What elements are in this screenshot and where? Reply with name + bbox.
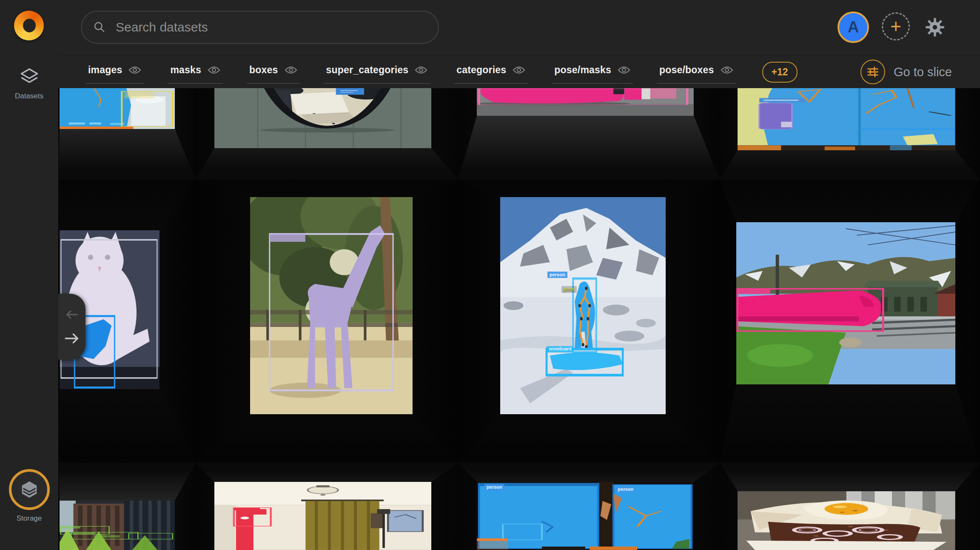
gallery-tile-street-scene[interactable] (58, 88, 196, 180)
annotation-label-snowboard: snowboard (547, 346, 573, 352)
chip-label: pose/boxes (659, 64, 714, 76)
tensor-chip-bar: images masks boxes super_categories (58, 55, 980, 88)
gallery-tile-skier[interactable]: person pose snowboard (458, 180, 720, 463)
gallery-tile-pink-furniture[interactable] (458, 88, 720, 180)
sidebar-item-storage[interactable]: Storage (0, 469, 58, 523)
sample-image-food-plate (738, 491, 955, 550)
gallery-tile-round-mirror[interactable] (196, 88, 458, 180)
layers-icon (19, 66, 40, 88)
chip-images[interactable]: images (85, 60, 144, 84)
chip-label: boxes (249, 64, 278, 76)
chip-label: pose/masks (554, 64, 611, 76)
chip-categories[interactable]: categories (454, 60, 528, 84)
sample-image-masked-people: person person (477, 482, 694, 550)
gallery-nav-panel (58, 294, 85, 360)
chip-boxes[interactable]: boxes (247, 60, 299, 84)
chip-pose-masks[interactable]: pose/masks (552, 60, 633, 84)
add-dataset-button[interactable]: + (882, 12, 910, 40)
chip-label: masks (170, 64, 201, 76)
sidebar-item-datasets[interactable]: Datasets (0, 66, 58, 100)
gallery-tile-buildings[interactable] (58, 463, 196, 550)
settings-button[interactable] (924, 16, 946, 38)
more-tensors-chip[interactable]: +12 (762, 62, 798, 83)
chip-label: images (88, 64, 122, 76)
gallery-tile-train[interactable] (720, 180, 980, 463)
gallery-tile-giraffe[interactable] (196, 180, 458, 463)
storage-stack-icon (20, 480, 39, 499)
eye-icon[interactable] (285, 66, 297, 74)
chip-label: super_categories (326, 64, 409, 76)
search-bar (81, 11, 439, 44)
gear-icon (924, 16, 946, 38)
sidebar-item-label: Storage (0, 514, 58, 523)
eye-icon[interactable] (513, 66, 525, 74)
eye-icon[interactable] (721, 66, 733, 74)
sliders-icon (866, 65, 880, 79)
chip-label: categories (456, 64, 506, 76)
left-sidebar: Datasets Storage (0, 55, 58, 550)
chip-super-categories[interactable]: super_categories (324, 60, 430, 84)
top-bar: A + (0, 0, 980, 55)
go-to-slice-button[interactable] (860, 60, 885, 84)
annotation-label-person: person (616, 486, 636, 493)
chip-masks[interactable]: masks (168, 60, 223, 84)
gallery-tile-pose-masks[interactable] (720, 88, 980, 180)
sample-image-pose-masks (738, 88, 955, 150)
sample-image-train (736, 222, 955, 385)
annotation-label-person: person (484, 484, 504, 491)
annotation-label-person: person (547, 272, 567, 278)
annotation-label-pose: pose (561, 286, 577, 293)
sample-image-buildings (60, 501, 175, 550)
user-avatar[interactable]: A (838, 11, 869, 43)
sample-image-pink-furniture (477, 88, 694, 116)
gallery-tile-food-plate[interactable] (720, 463, 980, 550)
sample-image-giraffe (250, 197, 413, 414)
search-input[interactable] (115, 20, 427, 35)
sidebar-item-label: Datasets (0, 92, 58, 100)
next-arrow-icon[interactable] (63, 332, 80, 345)
eye-icon[interactable] (208, 66, 220, 74)
app-logo-icon[interactable] (14, 11, 44, 40)
sample-image-room-interior (214, 482, 431, 550)
eye-icon[interactable] (128, 66, 141, 74)
prev-arrow-icon[interactable] (65, 309, 79, 320)
chip-pose-boxes[interactable]: pose/boxes (657, 60, 736, 84)
search-icon (93, 20, 106, 34)
sample-image-street-scene (60, 88, 175, 129)
gallery-tile-masked-people[interactable]: person person (458, 463, 720, 550)
app-window: A + ima (0, 0, 980, 550)
more-tensors-count: +12 (772, 66, 788, 77)
go-to-slice-label[interactable]: Go to slice (894, 65, 952, 79)
avatar-letter: A (848, 18, 859, 36)
eye-icon[interactable] (415, 66, 427, 74)
gallery-tile-room-interior[interactable] (196, 463, 458, 550)
eye-icon[interactable] (618, 66, 630, 74)
dataset-gallery-canvas: person pose snowboard (58, 88, 980, 550)
storage-ring (9, 469, 50, 510)
sample-image-round-mirror (214, 88, 431, 148)
sample-image-skier: person pose snowboard (500, 197, 666, 414)
